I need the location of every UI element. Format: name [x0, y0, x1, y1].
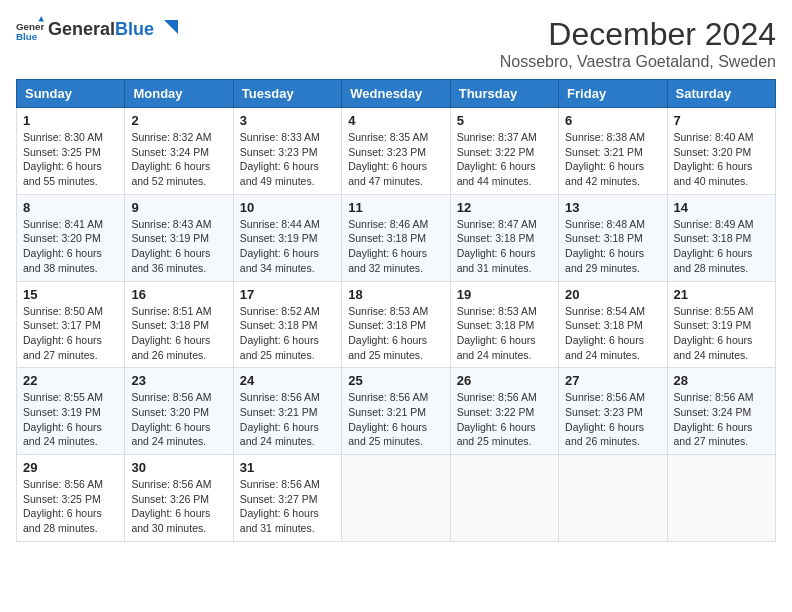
day-cell: 6 Sunrise: 8:38 AM Sunset: 3:21 PM Dayli…	[559, 108, 667, 195]
day-cell: 19 Sunrise: 8:53 AM Sunset: 3:18 PM Dayl…	[450, 281, 558, 368]
day-cell: 31 Sunrise: 8:56 AM Sunset: 3:27 PM Dayl…	[233, 455, 341, 542]
day-cell	[342, 455, 450, 542]
day-info: Sunrise: 8:48 AM Sunset: 3:18 PM Dayligh…	[565, 217, 660, 276]
day-number: 21	[674, 287, 769, 302]
day-cell: 20 Sunrise: 8:54 AM Sunset: 3:18 PM Dayl…	[559, 281, 667, 368]
day-cell: 15 Sunrise: 8:50 AM Sunset: 3:17 PM Dayl…	[17, 281, 125, 368]
day-number: 4	[348, 113, 443, 128]
day-cell: 17 Sunrise: 8:52 AM Sunset: 3:18 PM Dayl…	[233, 281, 341, 368]
day-cell: 24 Sunrise: 8:56 AM Sunset: 3:21 PM Dayl…	[233, 368, 341, 455]
day-info: Sunrise: 8:56 AM Sunset: 3:23 PM Dayligh…	[565, 390, 660, 449]
day-number: 16	[131, 287, 226, 302]
day-cell: 30 Sunrise: 8:56 AM Sunset: 3:26 PM Dayl…	[125, 455, 233, 542]
day-cell	[559, 455, 667, 542]
page-subtitle: Nossebro, Vaestra Goetaland, Sweden	[500, 53, 776, 71]
day-info: Sunrise: 8:53 AM Sunset: 3:18 PM Dayligh…	[348, 304, 443, 363]
day-info: Sunrise: 8:35 AM Sunset: 3:23 PM Dayligh…	[348, 130, 443, 189]
week-row-5: 29 Sunrise: 8:56 AM Sunset: 3:25 PM Dayl…	[17, 455, 776, 542]
logo-triangle-icon	[156, 20, 178, 42]
day-cell: 27 Sunrise: 8:56 AM Sunset: 3:23 PM Dayl…	[559, 368, 667, 455]
day-cell: 13 Sunrise: 8:48 AM Sunset: 3:18 PM Dayl…	[559, 194, 667, 281]
day-info: Sunrise: 8:46 AM Sunset: 3:18 PM Dayligh…	[348, 217, 443, 276]
day-info: Sunrise: 8:51 AM Sunset: 3:18 PM Dayligh…	[131, 304, 226, 363]
day-info: Sunrise: 8:55 AM Sunset: 3:19 PM Dayligh…	[674, 304, 769, 363]
day-info: Sunrise: 8:56 AM Sunset: 3:22 PM Dayligh…	[457, 390, 552, 449]
header-day-saturday: Saturday	[667, 80, 775, 108]
header-day-tuesday: Tuesday	[233, 80, 341, 108]
day-number: 24	[240, 373, 335, 388]
day-info: Sunrise: 8:56 AM Sunset: 3:27 PM Dayligh…	[240, 477, 335, 536]
header-day-friday: Friday	[559, 80, 667, 108]
day-number: 26	[457, 373, 552, 388]
day-cell: 21 Sunrise: 8:55 AM Sunset: 3:19 PM Dayl…	[667, 281, 775, 368]
day-number: 1	[23, 113, 118, 128]
day-number: 3	[240, 113, 335, 128]
calendar-table: SundayMondayTuesdayWednesdayThursdayFrid…	[16, 79, 776, 542]
day-number: 10	[240, 200, 335, 215]
day-info: Sunrise: 8:30 AM Sunset: 3:25 PM Dayligh…	[23, 130, 118, 189]
day-cell: 28 Sunrise: 8:56 AM Sunset: 3:24 PM Dayl…	[667, 368, 775, 455]
day-number: 30	[131, 460, 226, 475]
day-info: Sunrise: 8:37 AM Sunset: 3:22 PM Dayligh…	[457, 130, 552, 189]
logo-general: General	[48, 19, 115, 42]
day-number: 29	[23, 460, 118, 475]
day-cell: 29 Sunrise: 8:56 AM Sunset: 3:25 PM Dayl…	[17, 455, 125, 542]
day-info: Sunrise: 8:38 AM Sunset: 3:21 PM Dayligh…	[565, 130, 660, 189]
day-info: Sunrise: 8:56 AM Sunset: 3:20 PM Dayligh…	[131, 390, 226, 449]
day-number: 15	[23, 287, 118, 302]
week-row-3: 15 Sunrise: 8:50 AM Sunset: 3:17 PM Dayl…	[17, 281, 776, 368]
week-row-4: 22 Sunrise: 8:55 AM Sunset: 3:19 PM Dayl…	[17, 368, 776, 455]
day-cell: 12 Sunrise: 8:47 AM Sunset: 3:18 PM Dayl…	[450, 194, 558, 281]
day-cell: 16 Sunrise: 8:51 AM Sunset: 3:18 PM Dayl…	[125, 281, 233, 368]
day-cell	[450, 455, 558, 542]
day-info: Sunrise: 8:43 AM Sunset: 3:19 PM Dayligh…	[131, 217, 226, 276]
day-number: 19	[457, 287, 552, 302]
day-info: Sunrise: 8:55 AM Sunset: 3:19 PM Dayligh…	[23, 390, 118, 449]
header-day-wednesday: Wednesday	[342, 80, 450, 108]
day-info: Sunrise: 8:33 AM Sunset: 3:23 PM Dayligh…	[240, 130, 335, 189]
day-cell: 1 Sunrise: 8:30 AM Sunset: 3:25 PM Dayli…	[17, 108, 125, 195]
day-cell: 3 Sunrise: 8:33 AM Sunset: 3:23 PM Dayli…	[233, 108, 341, 195]
day-number: 25	[348, 373, 443, 388]
svg-text:Blue: Blue	[16, 31, 38, 42]
day-cell: 25 Sunrise: 8:56 AM Sunset: 3:21 PM Dayl…	[342, 368, 450, 455]
day-info: Sunrise: 8:53 AM Sunset: 3:18 PM Dayligh…	[457, 304, 552, 363]
day-number: 28	[674, 373, 769, 388]
day-cell: 22 Sunrise: 8:55 AM Sunset: 3:19 PM Dayl…	[17, 368, 125, 455]
week-row-1: 1 Sunrise: 8:30 AM Sunset: 3:25 PM Dayli…	[17, 108, 776, 195]
day-info: Sunrise: 8:56 AM Sunset: 3:25 PM Dayligh…	[23, 477, 118, 536]
day-info: Sunrise: 8:52 AM Sunset: 3:18 PM Dayligh…	[240, 304, 335, 363]
day-cell: 9 Sunrise: 8:43 AM Sunset: 3:19 PM Dayli…	[125, 194, 233, 281]
svg-marker-3	[164, 20, 178, 34]
day-number: 9	[131, 200, 226, 215]
day-info: Sunrise: 8:41 AM Sunset: 3:20 PM Dayligh…	[23, 217, 118, 276]
header-day-thursday: Thursday	[450, 80, 558, 108]
day-info: Sunrise: 8:54 AM Sunset: 3:18 PM Dayligh…	[565, 304, 660, 363]
day-info: Sunrise: 8:56 AM Sunset: 3:21 PM Dayligh…	[348, 390, 443, 449]
day-info: Sunrise: 8:56 AM Sunset: 3:21 PM Dayligh…	[240, 390, 335, 449]
svg-marker-2	[38, 16, 44, 22]
day-info: Sunrise: 8:50 AM Sunset: 3:17 PM Dayligh…	[23, 304, 118, 363]
calendar-body: 1 Sunrise: 8:30 AM Sunset: 3:25 PM Dayli…	[17, 108, 776, 542]
header-day-sunday: Sunday	[17, 80, 125, 108]
day-info: Sunrise: 8:56 AM Sunset: 3:26 PM Dayligh…	[131, 477, 226, 536]
day-cell: 10 Sunrise: 8:44 AM Sunset: 3:19 PM Dayl…	[233, 194, 341, 281]
day-number: 27	[565, 373, 660, 388]
header-day-monday: Monday	[125, 80, 233, 108]
day-cell: 8 Sunrise: 8:41 AM Sunset: 3:20 PM Dayli…	[17, 194, 125, 281]
day-number: 20	[565, 287, 660, 302]
day-number: 23	[131, 373, 226, 388]
day-cell: 7 Sunrise: 8:40 AM Sunset: 3:20 PM Dayli…	[667, 108, 775, 195]
calendar-header: SundayMondayTuesdayWednesdayThursdayFrid…	[17, 80, 776, 108]
day-number: 6	[565, 113, 660, 128]
day-cell: 11 Sunrise: 8:46 AM Sunset: 3:18 PM Dayl…	[342, 194, 450, 281]
day-info: Sunrise: 8:44 AM Sunset: 3:19 PM Dayligh…	[240, 217, 335, 276]
day-number: 7	[674, 113, 769, 128]
page-header: General Blue General Blue December 2024 …	[16, 16, 776, 71]
day-cell: 2 Sunrise: 8:32 AM Sunset: 3:24 PM Dayli…	[125, 108, 233, 195]
week-row-2: 8 Sunrise: 8:41 AM Sunset: 3:20 PM Dayli…	[17, 194, 776, 281]
day-cell: 4 Sunrise: 8:35 AM Sunset: 3:23 PM Dayli…	[342, 108, 450, 195]
logo-icon: General Blue	[16, 16, 44, 44]
day-number: 8	[23, 200, 118, 215]
day-cell: 23 Sunrise: 8:56 AM Sunset: 3:20 PM Dayl…	[125, 368, 233, 455]
